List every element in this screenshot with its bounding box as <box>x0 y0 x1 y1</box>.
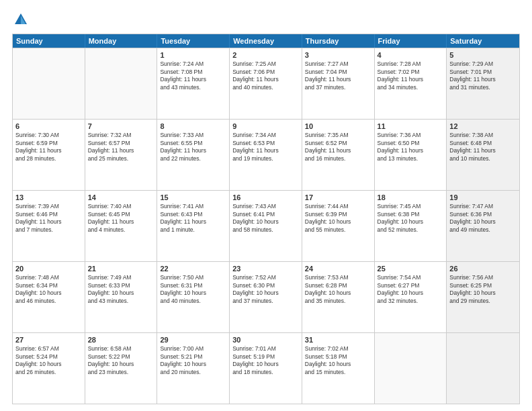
day-cell-26: 26Sunrise: 7:56 AM Sunset: 6:25 PM Dayli… <box>447 262 519 332</box>
week-row-1: 6Sunrise: 7:30 AM Sunset: 6:59 PM Daylig… <box>13 119 519 190</box>
day-cell-25: 25Sunrise: 7:54 AM Sunset: 6:27 PM Dayli… <box>375 262 447 332</box>
day-info: Sunrise: 7:52 AM Sunset: 6:30 PM Dayligh… <box>232 274 299 305</box>
day-number: 28 <box>88 335 154 345</box>
col-header-saturday: Saturday <box>447 34 519 48</box>
day-number: 3 <box>305 50 371 60</box>
day-number: 22 <box>160 264 226 273</box>
day-cell-10: 10Sunrise: 7:35 AM Sunset: 6:52 PM Dayli… <box>302 120 375 190</box>
day-cell-20: 20Sunrise: 7:48 AM Sunset: 6:34 PM Dayli… <box>13 262 85 332</box>
day-cell-16: 16Sunrise: 7:43 AM Sunset: 6:41 PM Dayli… <box>230 191 302 261</box>
day-info: Sunrise: 7:33 AM Sunset: 6:55 PM Dayligh… <box>160 132 226 163</box>
day-cell-9: 9Sunrise: 7:34 AM Sunset: 6:53 PM Daylig… <box>230 120 302 190</box>
day-number: 19 <box>449 193 517 202</box>
day-info: Sunrise: 7:01 AM Sunset: 5:19 PM Dayligh… <box>232 345 299 376</box>
day-cell-6: 6Sunrise: 7:30 AM Sunset: 6:59 PM Daylig… <box>13 120 85 190</box>
day-info: Sunrise: 7:43 AM Sunset: 6:41 PM Dayligh… <box>232 203 299 234</box>
day-info: Sunrise: 7:32 AM Sunset: 6:57 PM Dayligh… <box>88 132 154 163</box>
col-header-friday: Friday <box>375 34 447 48</box>
week-row-4: 27Sunrise: 6:57 AM Sunset: 5:24 PM Dayli… <box>13 332 519 404</box>
day-cell-empty <box>447 333 519 404</box>
day-cell-14: 14Sunrise: 7:40 AM Sunset: 6:45 PM Dayli… <box>85 191 158 261</box>
week-row-3: 20Sunrise: 7:48 AM Sunset: 6:34 PM Dayli… <box>13 261 519 332</box>
day-number: 27 <box>15 335 82 345</box>
day-info: Sunrise: 6:57 AM Sunset: 5:24 PM Dayligh… <box>15 345 82 376</box>
day-cell-1: 1Sunrise: 7:24 AM Sunset: 7:08 PM Daylig… <box>157 48 230 119</box>
day-cell-30: 30Sunrise: 7:01 AM Sunset: 5:19 PM Dayli… <box>230 333 302 404</box>
logo-icon <box>13 12 28 27</box>
day-number: 25 <box>378 264 444 273</box>
logo <box>12 12 28 27</box>
week-row-2: 13Sunrise: 7:39 AM Sunset: 6:46 PM Dayli… <box>13 190 519 261</box>
day-info: Sunrise: 7:28 AM Sunset: 7:02 PM Dayligh… <box>378 60 444 91</box>
day-info: Sunrise: 7:40 AM Sunset: 6:45 PM Dayligh… <box>88 203 154 234</box>
day-number: 9 <box>232 122 299 131</box>
day-number: 17 <box>305 193 371 202</box>
day-cell-3: 3Sunrise: 7:27 AM Sunset: 7:04 PM Daylig… <box>302 48 375 119</box>
day-info: Sunrise: 7:24 AM Sunset: 7:08 PM Dayligh… <box>160 60 226 91</box>
day-cell-empty <box>375 333 447 404</box>
day-number: 8 <box>160 122 226 131</box>
day-number: 15 <box>160 193 226 202</box>
day-info: Sunrise: 7:25 AM Sunset: 7:06 PM Dayligh… <box>232 60 299 91</box>
day-cell-17: 17Sunrise: 7:44 AM Sunset: 6:39 PM Dayli… <box>302 191 375 261</box>
day-cell-13: 13Sunrise: 7:39 AM Sunset: 6:46 PM Dayli… <box>13 191 85 261</box>
day-cell-8: 8Sunrise: 7:33 AM Sunset: 6:55 PM Daylig… <box>157 120 230 190</box>
day-info: Sunrise: 7:36 AM Sunset: 6:50 PM Dayligh… <box>378 132 444 163</box>
day-number: 11 <box>378 122 444 131</box>
day-cell-19: 19Sunrise: 7:47 AM Sunset: 6:36 PM Dayli… <box>447 191 519 261</box>
day-number: 2 <box>232 50 299 60</box>
col-header-wednesday: Wednesday <box>230 34 302 48</box>
day-info: Sunrise: 7:27 AM Sunset: 7:04 PM Dayligh… <box>305 60 371 91</box>
day-info: Sunrise: 6:58 AM Sunset: 5:22 PM Dayligh… <box>88 345 154 376</box>
col-header-monday: Monday <box>85 34 158 48</box>
day-cell-31: 31Sunrise: 7:02 AM Sunset: 5:18 PM Dayli… <box>302 333 375 404</box>
day-cell-23: 23Sunrise: 7:52 AM Sunset: 6:30 PM Dayli… <box>230 262 302 332</box>
day-info: Sunrise: 7:34 AM Sunset: 6:53 PM Dayligh… <box>232 132 299 163</box>
day-info: Sunrise: 7:02 AM Sunset: 5:18 PM Dayligh… <box>305 345 371 376</box>
header <box>12 12 520 27</box>
day-number: 29 <box>160 335 226 345</box>
day-info: Sunrise: 7:53 AM Sunset: 6:28 PM Dayligh… <box>305 274 371 305</box>
day-cell-4: 4Sunrise: 7:28 AM Sunset: 7:02 PM Daylig… <box>375 48 447 119</box>
day-number: 14 <box>88 193 154 202</box>
day-number: 24 <box>305 264 371 273</box>
day-number: 23 <box>232 264 299 273</box>
day-cell-24: 24Sunrise: 7:53 AM Sunset: 6:28 PM Dayli… <box>302 262 375 332</box>
day-cell-2: 2Sunrise: 7:25 AM Sunset: 7:06 PM Daylig… <box>230 48 302 119</box>
day-info: Sunrise: 7:45 AM Sunset: 6:38 PM Dayligh… <box>378 203 444 234</box>
day-number: 7 <box>88 122 154 131</box>
day-cell-22: 22Sunrise: 7:50 AM Sunset: 6:31 PM Dayli… <box>157 262 230 332</box>
calendar: SundayMondayTuesdayWednesdayThursdayFrid… <box>12 34 520 404</box>
day-cell-7: 7Sunrise: 7:32 AM Sunset: 6:57 PM Daylig… <box>85 120 158 190</box>
day-info: Sunrise: 7:56 AM Sunset: 6:25 PM Dayligh… <box>449 274 517 305</box>
day-number: 6 <box>15 122 82 131</box>
day-info: Sunrise: 7:00 AM Sunset: 5:21 PM Dayligh… <box>160 345 226 376</box>
day-info: Sunrise: 7:44 AM Sunset: 6:39 PM Dayligh… <box>305 203 371 234</box>
day-number: 20 <box>15 264 82 273</box>
calendar-header: SundayMondayTuesdayWednesdayThursdayFrid… <box>13 34 519 48</box>
day-cell-29: 29Sunrise: 7:00 AM Sunset: 5:21 PM Dayli… <box>157 333 230 404</box>
day-number: 30 <box>232 335 299 345</box>
col-header-thursday: Thursday <box>302 34 375 48</box>
page: SundayMondayTuesdayWednesdayThursdayFrid… <box>0 0 532 411</box>
week-row-0: 1Sunrise: 7:24 AM Sunset: 7:08 PM Daylig… <box>13 48 519 119</box>
day-cell-empty <box>85 48 158 119</box>
day-cell-21: 21Sunrise: 7:49 AM Sunset: 6:33 PM Dayli… <box>85 262 158 332</box>
day-info: Sunrise: 7:29 AM Sunset: 7:01 PM Dayligh… <box>449 60 517 91</box>
day-number: 26 <box>449 264 517 273</box>
day-info: Sunrise: 7:48 AM Sunset: 6:34 PM Dayligh… <box>15 274 82 305</box>
day-info: Sunrise: 7:30 AM Sunset: 6:59 PM Dayligh… <box>15 132 82 163</box>
calendar-body: 1Sunrise: 7:24 AM Sunset: 7:08 PM Daylig… <box>13 48 519 404</box>
day-number: 12 <box>449 122 517 131</box>
day-number: 4 <box>378 50 444 60</box>
day-cell-5: 5Sunrise: 7:29 AM Sunset: 7:01 PM Daylig… <box>447 48 519 119</box>
day-number: 31 <box>305 335 371 345</box>
day-number: 16 <box>232 193 299 202</box>
logo-text <box>12 12 30 27</box>
day-info: Sunrise: 7:47 AM Sunset: 6:36 PM Dayligh… <box>449 203 517 234</box>
day-number: 21 <box>88 264 154 273</box>
day-info: Sunrise: 7:49 AM Sunset: 6:33 PM Dayligh… <box>88 274 154 305</box>
day-cell-15: 15Sunrise: 7:41 AM Sunset: 6:43 PM Dayli… <box>157 191 230 261</box>
day-info: Sunrise: 7:54 AM Sunset: 6:27 PM Dayligh… <box>378 274 444 305</box>
day-number: 5 <box>449 50 517 60</box>
